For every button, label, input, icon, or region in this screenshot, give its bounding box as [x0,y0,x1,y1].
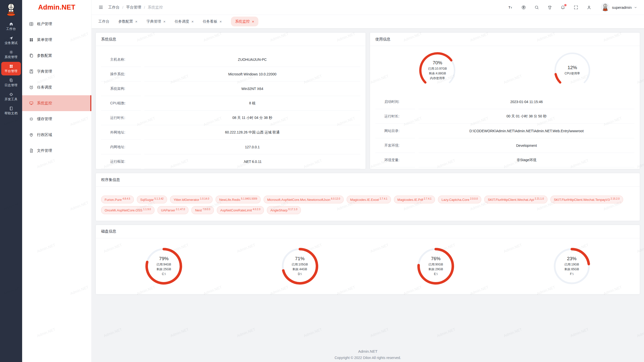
sidebar-item-dict[interactable]: 字典管理 [22,64,91,79]
sidebar-item-label: 系统监控 [37,101,52,106]
gauge-slot: 70%已用:10.97GB剩余:4.88GB内存使用率 [370,49,505,92]
gauge-line: 已用:90GB [428,262,443,267]
assembly-tag: Magicodes.IE.Pdf2.7.4.1 [394,196,435,203]
sidebar-menu: 租户管理菜单管理参数配置字典管理任务调度系统监控缓存管理行政区域文件管理 [22,15,91,159]
gauge-slot: 76%已用:90GB剩余:29GBE:\ [368,245,504,288]
gauge-slot: 71%已用:105GB剩余:44GBD:\ [232,245,368,288]
sidebar-item-file[interactable]: 文件管理 [22,143,91,159]
tab-字典管理[interactable]: 字典管理× [146,19,166,24]
tab-参数配置[interactable]: 参数配置× [118,19,138,24]
font-size-icon[interactable]: TT [508,5,513,10]
fullscreen-icon[interactable] [574,5,578,10]
assembly-version: 6.0.12.0 [331,197,340,200]
assembly-version: 1.0.14.0 [200,197,209,200]
user-menu[interactable]: superadmin [601,3,637,12]
row-label: 操作系统: [101,67,141,81]
sidebar-item-tenant[interactable]: 租户管理 [22,16,91,32]
sidebar-item-menu[interactable]: 菜单管理 [22,32,91,48]
assembly-tag: UAParser3.1.47.0 [157,206,189,214]
sidebar-item-label: 文件管理 [37,148,52,153]
close-icon[interactable]: × [135,20,138,23]
assembly-name: Magicodes.IE.Pdf [397,198,423,202]
gauge-line: 剩余:4.88GB [429,71,446,76]
gauge-line: 内存使用率 [430,76,445,81]
close-icon[interactable]: × [252,20,254,23]
rail-item-gear[interactable]: 系统管理 [1,48,21,61]
close-icon[interactable]: × [220,20,222,23]
icon-rail: 工作台业务测试系统管理平台管理日志管理开发工具帮助文档 [0,0,22,362]
info-row: 系统架构:Win32NT X64 [101,81,360,96]
info-row: CPU核数:8 核 [101,96,360,111]
rail-item-book[interactable]: 帮助文档 [1,104,21,118]
sidebar-item-monitor[interactable]: 系统监控 [22,95,91,111]
language-icon[interactable] [521,5,526,10]
close-icon[interactable]: × [163,20,166,23]
assembly-tag: AngleSharp0.17.1.0 [267,206,301,214]
rail-item-home[interactable]: 工作台 [1,20,21,33]
rail-item-label: 系统管理 [5,55,18,59]
tab-label: 任务调度 [175,19,189,24]
row-value: 非Stage环境 [419,153,634,167]
disk-info-card: 磁盘信息 79%已用:94GB剩余:25GBC:\71%已用:105GB剩余:4… [96,225,640,294]
gauge-center-text: 12%CPU使用率 [551,49,594,92]
breadcrumb: 工作台/平台管理/系统监控 [108,5,163,10]
app-logo[interactable] [0,0,22,19]
usage-info-rows: 启动时间:2023-01-04 11:15:46运行时长:00 天 01 小时 … [370,95,640,167]
info-row: 开发环境:Development [375,138,634,153]
sidebar-item-label: 租户管理 [37,22,52,26]
profile-icon[interactable] [587,5,591,10]
info-row: 网站目录:D:\CODEWORK\Admin.NET\Admin.NET\Adm… [375,124,634,138]
footer-copyright: Copyright © 2022 Dilon All rights reserv… [96,356,640,360]
assembly-tag: Nest7.0.0.0 [191,206,214,214]
sidebar-item-pin[interactable]: 行政区域 [22,127,91,143]
breadcrumb-separator: / [122,5,123,10]
theme-icon[interactable] [547,5,552,10]
rail-item-chip[interactable]: 开发工具 [1,90,21,104]
tab-工作台[interactable]: 工作台 [98,19,109,24]
pin-icon [29,132,34,137]
tab-任务调度[interactable]: 任务调度× [175,19,194,24]
assembly-name: Furion.Pure [105,198,122,202]
search-icon[interactable] [534,5,539,10]
logo-text: Admin.NET [22,0,91,15]
notifications-icon[interactable] [560,5,565,10]
dict-icon [29,69,34,74]
assembly-version: 5.1.3.42 [154,197,164,200]
navbar-left: 工作台/平台管理/系统监控 [98,5,508,10]
tab-任务看板[interactable]: 任务看板× [203,19,222,24]
card-title: 使用信息 [370,33,640,46]
row-value: 127.0.0.1 [144,140,360,154]
rail-item-send[interactable]: 业务测试 [1,34,21,47]
rail-item-grid[interactable]: 平台管理 [1,62,21,75]
tab-系统监控[interactable]: 系统监控× [231,17,259,26]
home-icon [9,22,13,26]
breadcrumb-item[interactable]: 工作台 [108,5,119,10]
row-value: 08 天 11 小时 04 分 38 秒 [144,111,360,125]
row-value: Microsoft Windows 10.0.22000 [144,67,360,81]
assembly-name: SKIT.FlurlHttpClient.Wechat.Api [488,198,534,202]
rail-item-label: 开发工具 [5,97,18,102]
gauge-line: 已用:19GB [565,262,579,267]
gauge-percent: 76% [431,256,440,261]
gauge-slot: 23%已用:19GB剩余:65GBF:\ [504,245,640,288]
assembly-tag: NewLife.Redis5.1.8401.5009 [216,196,261,203]
sidebar-item-cache[interactable]: 缓存管理 [22,111,91,127]
breadcrumb-separator: / [144,5,145,10]
menu-icon [29,37,34,42]
page-content: 系统信息 主机名称:ZUOHUAIJUN-PC操作系统:Microsoft Wi… [92,28,644,362]
sidebar-item-params[interactable]: 参数配置 [22,48,91,64]
row-value: Win32NT X64 [144,81,360,96]
gauge-line: 已用:94GB [156,262,171,267]
gauge-line: 已用:10.97GB [428,66,447,71]
row-label: CPU核数: [101,96,141,111]
assembly-version: 3.1.47.0 [176,208,185,211]
collapse-menu-icon[interactable] [98,5,103,10]
close-icon[interactable]: × [191,20,194,23]
top-navbar: 工作台/平台管理/系统监控 TT [92,0,644,15]
rail-item-logs[interactable]: 日志管理 [1,76,21,89]
gauge-line: F:\ [570,272,574,277]
rail-menu: 工作台业务测试系统管理平台管理日志管理开发工具帮助文档 [1,19,21,118]
breadcrumb-item[interactable]: 平台管理 [126,5,141,10]
info-row: 启动时间:2023-01-04 11:15:46 [375,95,634,109]
sidebar-item-clock[interactable]: 任务调度 [22,79,91,95]
